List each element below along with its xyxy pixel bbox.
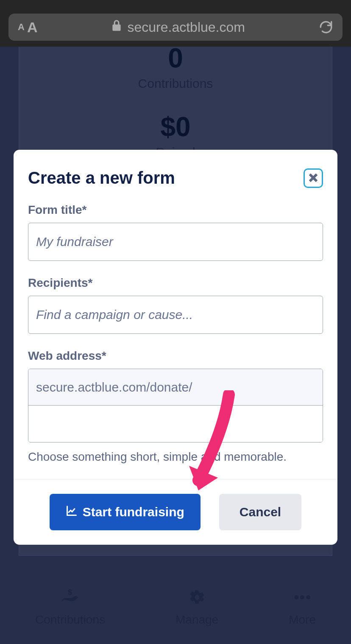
start-fundraising-button[interactable]: Start fundraising [50, 494, 201, 530]
form-title-label: Form title* [28, 203, 323, 217]
raised-value: $0 [160, 111, 190, 143]
create-form-modal: Create a new form Form title* Recipients… [14, 150, 337, 545]
web-address-help: Choose something short, simple and memor… [28, 450, 323, 464]
web-address-field: Web address* secure.actblue.com/donate/ … [28, 349, 323, 464]
nav-contributions[interactable]: $ Contributions [35, 589, 105, 627]
web-address-label: Web address* [28, 349, 323, 363]
chart-line-icon [66, 505, 78, 520]
text-size-control[interactable]: AA [18, 19, 37, 36]
contributions-label: Contributions [138, 76, 213, 91]
web-address-prefix: secure.actblue.com/donate/ [28, 369, 323, 406]
recipients-input[interactable] [28, 296, 323, 334]
nav-label: Contributions [35, 613, 105, 627]
cancel-label: Cancel [240, 505, 281, 519]
contributions-value: 0 [168, 42, 183, 74]
start-fundraising-label: Start fundraising [83, 505, 184, 519]
modal-footer: Start fundraising Cancel [14, 479, 337, 545]
url-text: secure.actblue.com [127, 20, 245, 35]
bottom-nav: $ Contributions Manage More [0, 579, 351, 634]
reload-button[interactable] [319, 20, 333, 34]
browser-address-bar: AA secure.actblue.com [0, 0, 351, 47]
recipients-field: Recipients* [28, 276, 323, 334]
recipients-label: Recipients* [28, 276, 323, 290]
text-size-small-icon: A [18, 22, 25, 33]
web-address-input[interactable] [28, 406, 323, 442]
ellipsis-icon [292, 589, 312, 610]
nav-more[interactable]: More [289, 589, 316, 627]
lock-icon [111, 19, 122, 35]
hand-dollar-icon: $ [60, 589, 80, 610]
nav-manage[interactable]: Manage [176, 589, 218, 627]
nav-label: Manage [176, 613, 218, 627]
svg-point-1 [294, 595, 298, 599]
form-title-field: Form title* [28, 203, 323, 261]
svg-text:$: $ [68, 589, 72, 596]
modal-title: Create a new form [28, 168, 175, 188]
close-icon [307, 172, 319, 185]
text-size-large-icon: A [27, 19, 38, 36]
url-display[interactable]: secure.actblue.com [111, 19, 245, 35]
close-button[interactable] [304, 168, 323, 188]
nav-label: More [289, 613, 316, 627]
form-title-input[interactable] [28, 223, 323, 261]
gear-icon [189, 589, 206, 610]
cancel-button[interactable]: Cancel [219, 494, 301, 530]
svg-point-3 [306, 595, 310, 599]
svg-point-2 [300, 595, 304, 599]
